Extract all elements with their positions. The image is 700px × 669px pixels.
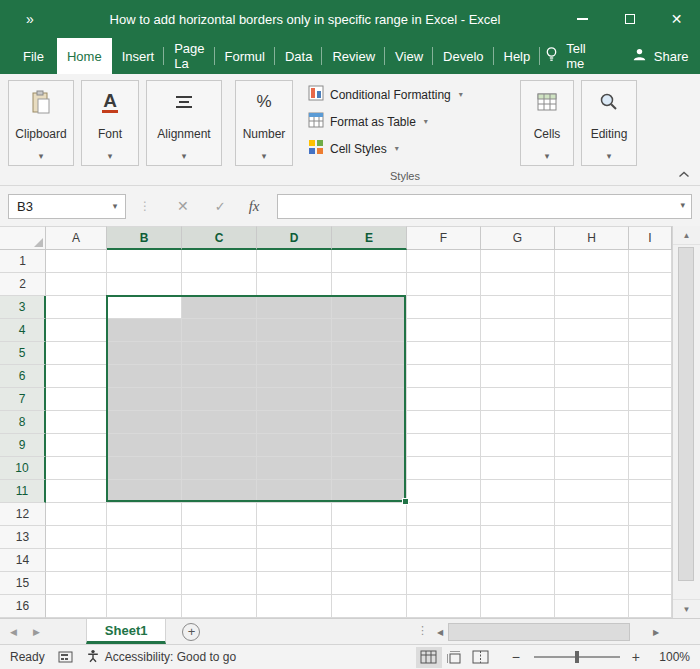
cell-D13[interactable]: [257, 526, 332, 549]
cell-G7[interactable]: [481, 388, 555, 411]
tab-page-layout[interactable]: Page La: [164, 38, 214, 74]
cell-I12[interactable]: [629, 503, 672, 526]
scroll-down-icon[interactable]: ▼: [673, 599, 700, 618]
column-header-H[interactable]: H: [555, 226, 629, 250]
share-button[interactable]: Share: [632, 38, 689, 74]
sheet-nav-left-icon[interactable]: ◀: [10, 627, 17, 637]
cell-D10[interactable]: [257, 457, 332, 480]
cell-I14[interactable]: [629, 549, 672, 572]
cell-C16[interactable]: [182, 595, 257, 618]
cell-F7[interactable]: [407, 388, 481, 411]
cell-E10[interactable]: [332, 457, 407, 480]
cell-F14[interactable]: [407, 549, 481, 572]
zoom-level-label[interactable]: 100%: [650, 650, 690, 664]
cell-F16[interactable]: [407, 595, 481, 618]
cell-F8[interactable]: [407, 411, 481, 434]
quick-access-overflow-icon[interactable]: »: [26, 11, 35, 27]
column-header-D[interactable]: D: [257, 226, 332, 250]
row-header-5[interactable]: 5: [0, 342, 46, 365]
number-group-button[interactable]: % Number ▾: [235, 80, 293, 166]
cell-C3[interactable]: [182, 296, 257, 319]
cell-G2[interactable]: [481, 273, 555, 296]
normal-view-button[interactable]: [416, 647, 442, 668]
row-header-9[interactable]: 9: [0, 434, 46, 457]
cell-G12[interactable]: [481, 503, 555, 526]
column-header-A[interactable]: A: [46, 226, 107, 250]
cell-E2[interactable]: [332, 273, 407, 296]
cell-I7[interactable]: [629, 388, 672, 411]
cell-I15[interactable]: [629, 572, 672, 595]
cell-C5[interactable]: [182, 342, 257, 365]
cell-A8[interactable]: [46, 411, 107, 434]
cell-G4[interactable]: [481, 319, 555, 342]
cell-F11[interactable]: [407, 480, 481, 503]
formula-input[interactable]: ▾: [277, 194, 692, 219]
scroll-left-icon[interactable]: ◀: [432, 623, 448, 641]
cell-F10[interactable]: [407, 457, 481, 480]
sheet-tab-sheet1[interactable]: Sheet1: [86, 619, 167, 644]
fill-handle[interactable]: [402, 498, 409, 505]
cell-G3[interactable]: [481, 296, 555, 319]
vertical-scrollbar[interactable]: ▲ ▼: [672, 226, 700, 618]
cell-D3[interactable]: [257, 296, 332, 319]
cell-H7[interactable]: [555, 388, 629, 411]
cell-H6[interactable]: [555, 365, 629, 388]
row-header-7[interactable]: 7: [0, 388, 46, 411]
cells-group-button[interactable]: Cells ▾: [520, 80, 574, 166]
column-header-F[interactable]: F: [407, 226, 481, 250]
cell-I13[interactable]: [629, 526, 672, 549]
cell-I9[interactable]: [629, 434, 672, 457]
tab-review[interactable]: Review: [322, 38, 385, 74]
cell-I16[interactable]: [629, 595, 672, 618]
cell-C4[interactable]: [182, 319, 257, 342]
cell-H10[interactable]: [555, 457, 629, 480]
tab-data[interactable]: Data: [275, 38, 322, 74]
confirm-entry-icon[interactable]: ✓: [215, 199, 226, 214]
conditional-formatting-button[interactable]: Conditional Formatting ▾: [306, 81, 504, 108]
cell-E15[interactable]: [332, 572, 407, 595]
cell-H3[interactable]: [555, 296, 629, 319]
expand-formula-bar-icon[interactable]: ▾: [680, 200, 685, 210]
cell-I1[interactable]: [629, 250, 672, 273]
cell-B7[interactable]: [107, 388, 182, 411]
cell-F4[interactable]: [407, 319, 481, 342]
cell-H13[interactable]: [555, 526, 629, 549]
editing-group-button[interactable]: Editing ▾: [581, 80, 637, 166]
column-header-G[interactable]: G: [481, 226, 555, 250]
horizontal-scrollbar-thumb[interactable]: [448, 623, 630, 641]
cell-styles-button[interactable]: Cell Styles ▾: [306, 135, 504, 162]
cell-D15[interactable]: [257, 572, 332, 595]
cell-E9[interactable]: [332, 434, 407, 457]
cell-B4[interactable]: [107, 319, 182, 342]
cell-A15[interactable]: [46, 572, 107, 595]
row-header-6[interactable]: 6: [0, 365, 46, 388]
cell-I5[interactable]: [629, 342, 672, 365]
cell-E7[interactable]: [332, 388, 407, 411]
row-header-14[interactable]: 14: [0, 549, 46, 572]
cell-B12[interactable]: [107, 503, 182, 526]
row-header-3[interactable]: 3: [0, 296, 46, 319]
cell-E1[interactable]: [332, 250, 407, 273]
minimize-button[interactable]: [559, 0, 606, 38]
cell-G6[interactable]: [481, 365, 555, 388]
cell-C8[interactable]: [182, 411, 257, 434]
cell-E3[interactable]: [332, 296, 407, 319]
cell-G14[interactable]: [481, 549, 555, 572]
cell-B1[interactable]: [107, 250, 182, 273]
scroll-right-icon[interactable]: ▶: [648, 623, 664, 641]
cell-E11[interactable]: [332, 480, 407, 503]
cell-B14[interactable]: [107, 549, 182, 572]
cell-F9[interactable]: [407, 434, 481, 457]
cell-H4[interactable]: [555, 319, 629, 342]
cell-I2[interactable]: [629, 273, 672, 296]
cell-A12[interactable]: [46, 503, 107, 526]
tab-help[interactable]: Help: [494, 38, 541, 74]
cell-I11[interactable]: [629, 480, 672, 503]
horizontal-scrollbar-track[interactable]: [448, 623, 648, 641]
cell-H8[interactable]: [555, 411, 629, 434]
cell-F5[interactable]: [407, 342, 481, 365]
cell-G11[interactable]: [481, 480, 555, 503]
cell-D5[interactable]: [257, 342, 332, 365]
select-all-corner[interactable]: [0, 226, 46, 250]
cell-H14[interactable]: [555, 549, 629, 572]
